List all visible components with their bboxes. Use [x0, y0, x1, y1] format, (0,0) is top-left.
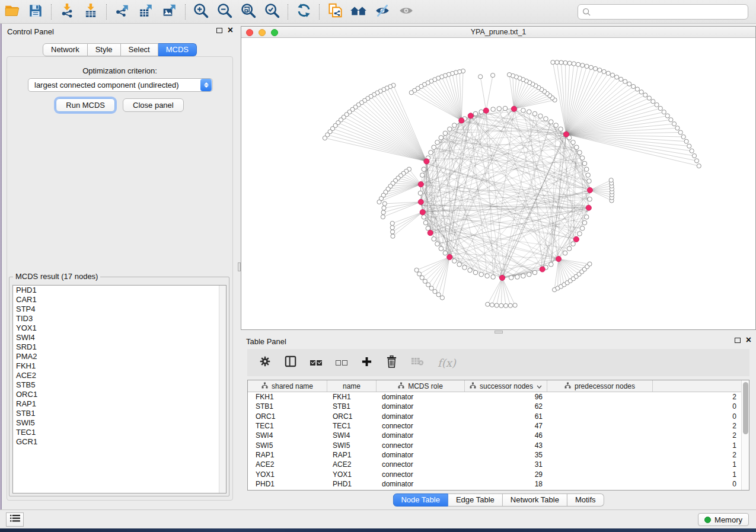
clone-network-button[interactable]: [323, 1, 347, 23]
table-row[interactable]: SWI4SWI4dominator462: [248, 431, 742, 440]
mcds-result-item[interactable]: SRD1: [13, 342, 226, 352]
table-row[interactable]: ORC1ORC1dominator610: [248, 412, 742, 421]
float-panel-icon[interactable]: [735, 338, 741, 343]
cell-name[interactable]: PHD1: [327, 480, 377, 488]
cell-shared-name[interactable]: STB1: [248, 402, 327, 411]
function-builder-button[interactable]: f(x): [438, 357, 456, 369]
zoom-fit-button[interactable]: [237, 1, 260, 23]
cell-predecessor-nodes[interactable]: 1: [547, 441, 742, 450]
mcds-result-item[interactable]: PMA2: [13, 352, 226, 361]
zoom-in-button[interactable]: [189, 1, 213, 23]
tab-mcds[interactable]: MCDS: [158, 43, 197, 56]
memory-button[interactable]: Memory: [698, 513, 749, 526]
cell-successor-nodes[interactable]: 29: [465, 470, 547, 479]
add-column-button[interactable]: [361, 356, 372, 370]
table-row[interactable]: PHD1PHD1dominator180: [248, 479, 742, 489]
mcds-result-item[interactable]: STB1: [13, 409, 226, 418]
export-image-button[interactable]: [158, 1, 181, 23]
save-session-button[interactable]: [24, 1, 47, 23]
table-row[interactable]: RAP1RAP1dominator352: [248, 450, 742, 460]
close-panel-button[interactable]: Close panel: [123, 98, 184, 112]
cell-shared-name[interactable]: PHD1: [248, 480, 327, 488]
import-network-button[interactable]: [55, 1, 79, 23]
zoom-selected-button[interactable]: [260, 1, 284, 23]
cell-successor-nodes[interactable]: 96: [465, 393, 547, 401]
mcds-result-item[interactable]: ACE2: [13, 371, 226, 380]
mcds-result-item[interactable]: CAR1: [13, 295, 226, 305]
cell-MCDS-role[interactable]: dominator: [377, 480, 465, 488]
cell-MCDS-role[interactable]: connector: [377, 460, 465, 469]
column-header-MCDS-role[interactable]: MCDS role: [377, 380, 465, 392]
float-panel-icon[interactable]: [216, 28, 222, 33]
cell-predecessor-nodes[interactable]: 2: [547, 422, 742, 430]
close-panel-icon[interactable]: ×: [746, 336, 751, 344]
mcds-result-item[interactable]: YOX1: [13, 323, 226, 333]
cell-name[interactable]: RAP1: [327, 451, 377, 459]
list-scrollbar[interactable]: [219, 286, 226, 493]
cell-shared-name[interactable]: FKH1: [248, 393, 327, 401]
network-canvas[interactable]: [241, 39, 755, 329]
table-tab-edge-table[interactable]: Edge Table: [448, 493, 503, 507]
close-panel-icon[interactable]: ×: [228, 27, 233, 34]
cell-MCDS-role[interactable]: dominator: [377, 431, 465, 440]
cell-shared-name[interactable]: YOX1: [248, 470, 327, 479]
tab-network[interactable]: Network: [43, 43, 88, 56]
table-tab-motifs[interactable]: Motifs: [567, 493, 604, 507]
show-log-button[interactable]: [6, 512, 24, 527]
show-all-button[interactable]: [394, 1, 418, 23]
cell-predecessor-nodes[interactable]: 1: [547, 470, 742, 479]
table-tab-network-table[interactable]: Network Table: [503, 493, 567, 507]
close-window-icon[interactable]: [246, 29, 253, 36]
cell-name[interactable]: YOX1: [327, 470, 377, 479]
mcds-result-item[interactable]: STB5: [13, 380, 226, 390]
mcds-result-item[interactable]: TEC1: [13, 428, 226, 437]
zoom-out-button[interactable]: [213, 1, 237, 23]
search-input[interactable]: [591, 5, 748, 18]
cell-name[interactable]: FKH1: [327, 393, 377, 401]
cell-predecessor-nodes[interactable]: 0: [547, 412, 742, 421]
minimize-window-icon[interactable]: [259, 29, 266, 36]
cell-successor-nodes[interactable]: 43: [465, 441, 547, 450]
chevron-down-icon[interactable]: [537, 382, 542, 390]
import-table-button[interactable]: [79, 1, 103, 23]
mcds-result-item[interactable]: FKH1: [13, 361, 226, 371]
table-row[interactable]: STB1STB1dominator620: [248, 402, 742, 411]
cell-successor-nodes[interactable]: 62: [465, 402, 547, 411]
network-titlebar[interactable]: YPA_prune.txt_1: [241, 27, 755, 38]
tab-select[interactable]: Select: [121, 43, 158, 56]
cell-name[interactable]: ORC1: [327, 412, 377, 421]
table-row[interactable]: SWI5SWI5connector431: [248, 440, 742, 450]
mcds-result-item[interactable]: SWI4: [13, 333, 226, 342]
mcds-result-item[interactable]: RAP1: [13, 399, 226, 409]
cell-name[interactable]: SWI4: [327, 431, 377, 440]
cell-name[interactable]: SWI5: [327, 441, 377, 450]
cell-name[interactable]: ACE2: [327, 460, 377, 469]
splitter-grip[interactable]: [495, 331, 503, 334]
cell-shared-name[interactable]: TEC1: [248, 422, 327, 430]
delete-table-button[interactable]: [411, 357, 424, 368]
open-session-button[interactable]: [0, 1, 24, 23]
mcds-result-list[interactable]: PHD1CAR1STP4TID3YOX1SWI4SRD1PMA2FKH1ACE2…: [12, 285, 227, 493]
cell-successor-nodes[interactable]: 35: [465, 451, 547, 459]
cell-shared-name[interactable]: SWI5: [248, 441, 327, 450]
cell-MCDS-role[interactable]: dominator: [377, 402, 465, 411]
column-header-name[interactable]: name: [327, 380, 377, 392]
cell-successor-nodes[interactable]: 47: [465, 422, 547, 430]
refresh-view-button[interactable]: [292, 1, 315, 23]
table-row[interactable]: TEC1TEC1connector472: [248, 421, 742, 431]
mcds-result-item[interactable]: ORC1: [13, 390, 226, 399]
run-mcds-button[interactable]: Run MCDS: [56, 98, 115, 112]
hide-selection-button[interactable]: [371, 1, 394, 23]
cell-MCDS-role[interactable]: dominator: [377, 412, 465, 421]
criterion-dropdown[interactable]: largest connected component (undirected): [28, 78, 213, 92]
cell-predecessor-nodes[interactable]: 2: [547, 451, 742, 459]
cell-MCDS-role[interactable]: connector: [377, 470, 465, 479]
apply-layout-button[interactable]: [347, 1, 371, 23]
deselect-all-button[interactable]: [336, 360, 347, 366]
mcds-result-item[interactable]: GCR1: [13, 437, 226, 447]
maximize-window-icon[interactable]: [271, 29, 278, 36]
export-network-button[interactable]: [110, 1, 134, 23]
column-header-shared-name[interactable]: shared name: [248, 380, 327, 392]
delete-column-button[interactable]: [386, 355, 397, 370]
cell-successor-nodes[interactable]: 46: [465, 431, 547, 440]
